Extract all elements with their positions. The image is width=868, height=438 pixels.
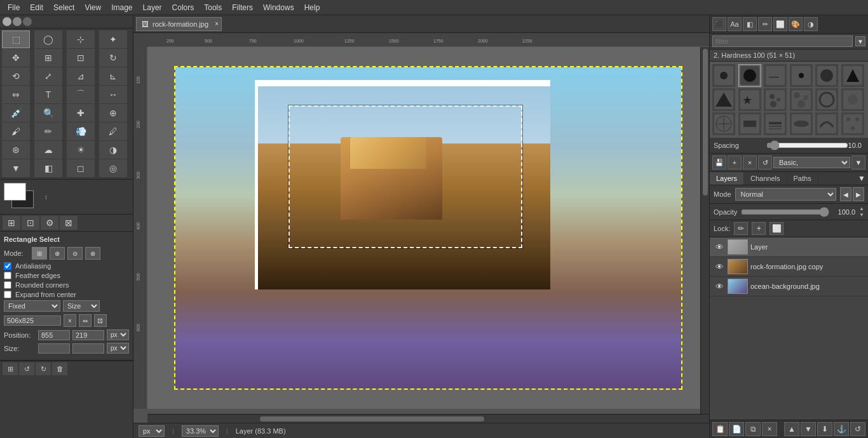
size-unit-select[interactable]: px %: [107, 343, 129, 354]
menu-filters[interactable]: Filters: [227, 2, 258, 13]
tool-path[interactable]: ⌒: [67, 86, 95, 103]
tool-heal[interactable]: ✚: [67, 104, 95, 122]
foreground-color[interactable]: [4, 183, 26, 201]
tool-perspective[interactable]: ⊾: [99, 67, 127, 85]
menu-help[interactable]: Help: [299, 2, 325, 13]
tool-move[interactable]: ✥: [2, 49, 30, 67]
layer-vis-0[interactable]: 👁: [714, 241, 725, 253]
brush-item-1[interactable]: [712, 64, 735, 87]
unit-select[interactable]: px % cm: [139, 425, 165, 437]
tool-ink[interactable]: 🖊: [99, 123, 127, 140]
rounded-corners-checkbox[interactable]: [4, 281, 11, 289]
mode-replace[interactable]: ⊞: [32, 247, 47, 260]
menu-edit[interactable]: Edit: [25, 2, 48, 13]
dimensions-clear[interactable]: ×: [64, 314, 76, 327]
brush-icon-6[interactable]: 🎨: [789, 17, 803, 31]
tool-dodge-burn[interactable]: ☀: [67, 141, 95, 159]
preset-dropdown[interactable]: Basic, Bristles Media: [773, 157, 850, 168]
layer-item-1[interactable]: 👁 rock-formation.jpg copy: [710, 257, 868, 277]
tool-airbrush[interactable]: 💨: [67, 123, 95, 140]
lock-alpha[interactable]: ⬜: [770, 222, 783, 235]
tool-eraser[interactable]: ◻: [67, 159, 95, 177]
brush-icon-4[interactable]: ✏: [758, 17, 772, 31]
tool-undo[interactable]: ↺: [19, 362, 34, 375]
dimensions-input[interactable]: 506x825: [4, 315, 61, 326]
brush-item-4[interactable]: [790, 64, 813, 87]
mode-prev[interactable]: ◀: [840, 187, 851, 201]
tool-redo[interactable]: ↻: [36, 362, 51, 375]
menu-layer[interactable]: Layer: [138, 2, 167, 13]
expand-center-checkbox[interactable]: [4, 291, 11, 298]
brush-icon-1[interactable]: ⬛: [712, 17, 726, 31]
move-layer-down[interactable]: ▼: [801, 422, 816, 436]
brush-item-11[interactable]: [815, 88, 838, 111]
brush-item-5[interactable]: [815, 64, 838, 87]
tool-blur-sharpen[interactable]: ◎: [99, 159, 127, 177]
feather-edges-checkbox[interactable]: [4, 272, 11, 279]
brush-item-16[interactable]: [790, 112, 813, 135]
anchor-btn[interactable]: ⚓: [834, 422, 849, 436]
tool-rect-select[interactable]: ⬚: [2, 30, 30, 48]
size-select[interactable]: Size Width Height: [63, 300, 100, 312]
tool-fuzzy-select[interactable]: ✦: [99, 30, 127, 48]
layer-vis-2[interactable]: 👁: [714, 281, 725, 292]
delete-layer-btn[interactable]: ×: [762, 422, 777, 436]
position-y-input[interactable]: 219: [72, 330, 104, 340]
tool-color-picker[interactable]: 💉: [2, 104, 30, 122]
antialiasing-checkbox[interactable]: [4, 262, 11, 270]
tool-zoom[interactable]: 🔍: [34, 104, 62, 122]
menu-view[interactable]: View: [79, 2, 106, 13]
refresh-layer-btn[interactable]: ↺: [850, 422, 865, 436]
size-h-input[interactable]: [72, 343, 104, 354]
size-w-input[interactable]: [38, 343, 70, 354]
preset-refresh[interactable]: ↺: [758, 156, 772, 169]
brush-icon-2[interactable]: Aa: [728, 17, 742, 31]
swap-colors[interactable]: ↕: [44, 194, 48, 201]
brush-icon-7[interactable]: ◑: [804, 17, 818, 31]
canvas-tab[interactable]: 🖼 rock-formation.jpg ×: [136, 17, 222, 31]
brush-item-8[interactable]: ★: [738, 88, 761, 111]
tool-paint[interactable]: 🖌: [2, 123, 30, 140]
position-x-input[interactable]: 855: [38, 330, 70, 340]
brush-item-10[interactable]: [790, 88, 813, 111]
brush-icon-5[interactable]: ⬜: [773, 17, 787, 31]
h-scrollbar[interactable]: [147, 414, 709, 423]
tool-flip[interactable]: ⇔: [2, 86, 30, 103]
tool-ellipse-select[interactable]: ◯: [34, 30, 62, 48]
fixed-select[interactable]: Fixed Aspect Ratio: [4, 300, 60, 312]
new-layer-btn[interactable]: 📄: [729, 422, 744, 436]
tab-channels[interactable]: Channels: [744, 172, 787, 185]
tab-layers[interactable]: Layers: [710, 172, 744, 185]
tool-pencil[interactable]: ✏: [34, 123, 62, 140]
menu-file[interactable]: File: [3, 2, 25, 13]
tool-align[interactable]: ⊞: [34, 49, 62, 67]
tool-clone[interactable]: ⊛: [2, 141, 30, 159]
zoom-select[interactable]: 33.3% 50% 100%: [182, 425, 219, 437]
brush-item-6[interactable]: [841, 64, 864, 87]
menu-colors[interactable]: Colors: [167, 2, 200, 13]
tool-measure[interactable]: ↔: [99, 86, 127, 103]
view-settings[interactable]: ⚙: [41, 216, 58, 230]
mode-dropdown[interactable]: Normal Multiply Screen Overlay: [735, 188, 836, 201]
tool-free-select[interactable]: ⊹: [67, 30, 95, 48]
tab-paths[interactable]: Paths: [787, 172, 818, 185]
preset-save[interactable]: 💾: [712, 156, 726, 169]
v-scrollbar[interactable]: [700, 47, 709, 414]
tool-bucket[interactable]: ▼: [2, 159, 30, 177]
brush-item-17[interactable]: [815, 112, 838, 135]
opacity-up[interactable]: ▲: [859, 206, 864, 212]
canvas-viewport[interactable]: [147, 47, 709, 409]
tool-text[interactable]: T: [34, 86, 62, 103]
lock-pixels[interactable]: ✏: [734, 222, 748, 235]
position-unit-select[interactable]: px %: [107, 329, 129, 340]
lock-position[interactable]: +: [752, 222, 766, 235]
mode-subtract[interactable]: ⊖: [67, 247, 83, 260]
new-layer-from-visible[interactable]: 📋: [712, 422, 728, 436]
tool-blend[interactable]: ◧: [34, 159, 62, 177]
layer-item-2[interactable]: 👁 ocean-background.jpg: [710, 277, 868, 296]
dimensions-swap[interactable]: ⇔: [79, 314, 92, 327]
v-scrollbar-thumb[interactable]: [703, 49, 708, 196]
mode-next[interactable]: ▶: [853, 187, 864, 201]
filter-dropdown-btn[interactable]: ▼: [855, 36, 865, 46]
view-toggle[interactable]: ⊠: [60, 216, 78, 230]
